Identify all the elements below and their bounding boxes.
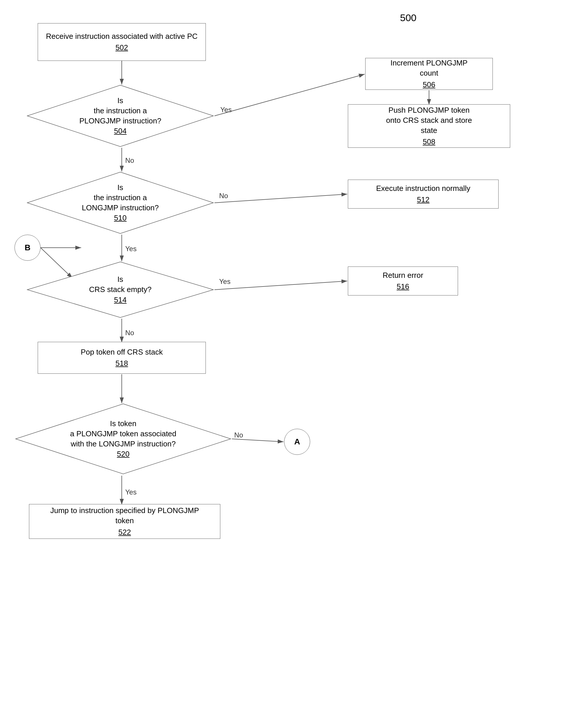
node-508-ref: 508 xyxy=(423,137,435,147)
node-522-label: Jump to instruction specified by PLONGJM… xyxy=(50,506,199,526)
arrow-label-yes-510: Yes xyxy=(125,245,137,253)
node-510-label: Isthe instruction aLONGJMP instruction? xyxy=(82,183,159,212)
arrow-label-no-514: No xyxy=(125,329,134,337)
node-512: Execute instruction normally 512 xyxy=(348,179,499,209)
node-520-ref: 520 xyxy=(70,449,177,459)
node-502-label: Receive instruction associated with acti… xyxy=(46,31,197,42)
arrow-label-yes-520: Yes xyxy=(125,488,137,496)
node-522-ref: 522 xyxy=(118,527,131,537)
node-512-ref: 512 xyxy=(417,195,429,205)
diagram-title: 500 xyxy=(400,12,417,23)
node-518-ref: 518 xyxy=(115,358,128,368)
circle-a-label: A xyxy=(294,437,300,446)
node-508-label: Push PLONGJMP tokenonto CRS stack and st… xyxy=(386,105,472,136)
circle-b: B xyxy=(15,235,41,261)
node-512-label: Execute instruction normally xyxy=(376,184,470,194)
node-516-label: Return error xyxy=(383,270,423,281)
node-506: Increment PLONGJMPcount 506 xyxy=(365,58,493,90)
node-522: Jump to instruction specified by PLONGJM… xyxy=(29,504,220,539)
node-520-label: Is tokena PLONGJMP token associatedwith … xyxy=(70,419,177,448)
svg-line-8 xyxy=(214,281,347,290)
arrow-label-no-504: No xyxy=(125,156,134,165)
node-514-ref: 514 xyxy=(89,295,151,305)
arrow-label-yes-504: Yes xyxy=(220,106,232,114)
svg-line-12 xyxy=(232,439,283,442)
arrow-label-yes-514: Yes xyxy=(219,277,231,286)
node-504: Isthe instruction aPLONGJMP instruction?… xyxy=(26,84,214,148)
node-518-label: Pop token off CRS stack xyxy=(81,347,163,357)
flowchart-diagram: 500 xyxy=(0,0,587,728)
node-508: Push PLONGJMP tokenonto CRS stack and st… xyxy=(348,104,510,148)
node-504-ref: 504 xyxy=(79,126,162,136)
node-516-ref: 516 xyxy=(397,282,409,292)
svg-line-2 xyxy=(214,74,365,116)
svg-line-5 xyxy=(214,194,347,203)
node-518: Pop token off CRS stack 518 xyxy=(38,342,206,374)
node-520: Is tokena PLONGJMP token associatedwith … xyxy=(15,403,232,475)
arrow-label-no-510: No xyxy=(219,192,228,200)
circle-b-label: B xyxy=(25,243,30,252)
node-502: Receive instruction associated with acti… xyxy=(38,23,206,61)
node-516: Return error 516 xyxy=(348,267,458,295)
node-510: Isthe instruction aLONGJMP instruction? … xyxy=(26,171,214,235)
node-514-label: IsCRS stack empty? xyxy=(89,275,151,294)
node-514: IsCRS stack empty? 514 xyxy=(26,261,214,319)
arrow-label-no-520: No xyxy=(234,431,243,439)
node-506-ref: 506 xyxy=(423,80,435,90)
node-506-label: Increment PLONGJMPcount xyxy=(391,58,468,78)
circle-a: A xyxy=(284,429,310,455)
node-510-ref: 510 xyxy=(82,213,159,223)
node-502-ref: 502 xyxy=(115,43,128,53)
node-504-label: Isthe instruction aPLONGJMP instruction? xyxy=(79,96,162,125)
